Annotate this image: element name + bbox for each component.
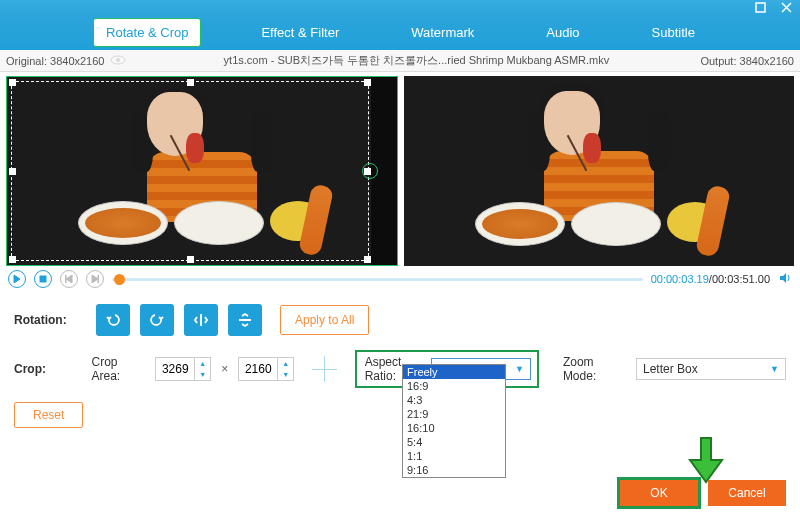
svg-rect-3 (40, 276, 46, 282)
tab-subtitle[interactable]: Subtitle (640, 19, 707, 46)
flip-vertical-button[interactable] (228, 304, 262, 336)
aspect-option[interactable]: 21:9 (403, 407, 505, 421)
volume-icon[interactable] (778, 271, 792, 288)
seek-bar[interactable] (112, 278, 643, 281)
eye-icon[interactable] (110, 55, 126, 67)
aspect-option[interactable]: 4:3 (403, 393, 505, 407)
time-display: 00:00:03.19/00:03:51.00 (651, 273, 770, 285)
apply-to-all-button[interactable]: Apply to All (280, 305, 369, 335)
aspect-option[interactable]: 9:16 (403, 463, 505, 477)
original-label: Original: 3840x2160 (6, 55, 104, 67)
rotate-right-button[interactable] (140, 304, 174, 336)
zoom-mode-label: Zoom Mode: (563, 355, 626, 383)
stop-button[interactable] (34, 270, 52, 288)
aspect-option[interactable]: 16:10 (403, 421, 505, 435)
svg-rect-5 (98, 275, 99, 283)
tab-audio[interactable]: Audio (534, 19, 591, 46)
rotate-left-button[interactable] (96, 304, 130, 336)
aspect-option[interactable]: 1:1 (403, 449, 505, 463)
center-cross-icon[interactable] (312, 356, 336, 382)
preview-original[interactable] (6, 76, 398, 266)
play-button[interactable] (8, 270, 26, 288)
crop-height-input[interactable] (239, 362, 277, 376)
close-icon[interactable] (780, 1, 792, 13)
svg-rect-0 (756, 3, 765, 12)
aspect-option[interactable]: Freely (403, 365, 505, 379)
tab-effect-filter[interactable]: Effect & Filter (249, 19, 351, 46)
aspect-option[interactable]: 16:9 (403, 379, 505, 393)
aspect-option[interactable]: 5:4 (403, 435, 505, 449)
crop-width-input[interactable] (156, 362, 194, 376)
times-icon: × (221, 362, 228, 376)
tab-rotate-crop[interactable]: Rotate & Crop (93, 18, 201, 47)
rotation-label: Rotation: (14, 313, 86, 327)
reset-button[interactable]: Reset (14, 402, 83, 428)
preview-output (404, 76, 794, 266)
filename: yt1s.com - SUB치즈가득 두톰한 치즈롤까스...ried Shri… (132, 53, 700, 68)
tab-watermark[interactable]: Watermark (399, 19, 486, 46)
prev-frame-button[interactable] (60, 270, 78, 288)
ok-button[interactable]: OK (620, 480, 698, 506)
next-frame-button[interactable] (86, 270, 104, 288)
svg-point-2 (116, 58, 120, 62)
crop-label: Crop: (14, 362, 81, 376)
crop-height-stepper[interactable]: ▲▼ (238, 357, 294, 381)
crop-area-label: Crop Area: (91, 355, 145, 383)
aspect-ratio-dropdown[interactable]: Freely 16:9 4:3 21:9 16:10 5:4 1:1 9:16 (402, 364, 506, 478)
crop-width-stepper[interactable]: ▲▼ (155, 357, 211, 381)
svg-rect-4 (65, 275, 66, 283)
zoom-mode-select[interactable]: Letter Box▼ (636, 358, 786, 380)
maximize-icon[interactable] (754, 1, 766, 13)
cancel-button[interactable]: Cancel (708, 480, 786, 506)
output-label: Output: 3840x2160 (700, 55, 794, 67)
flip-horizontal-button[interactable] (184, 304, 218, 336)
crop-box[interactable] (11, 81, 369, 261)
